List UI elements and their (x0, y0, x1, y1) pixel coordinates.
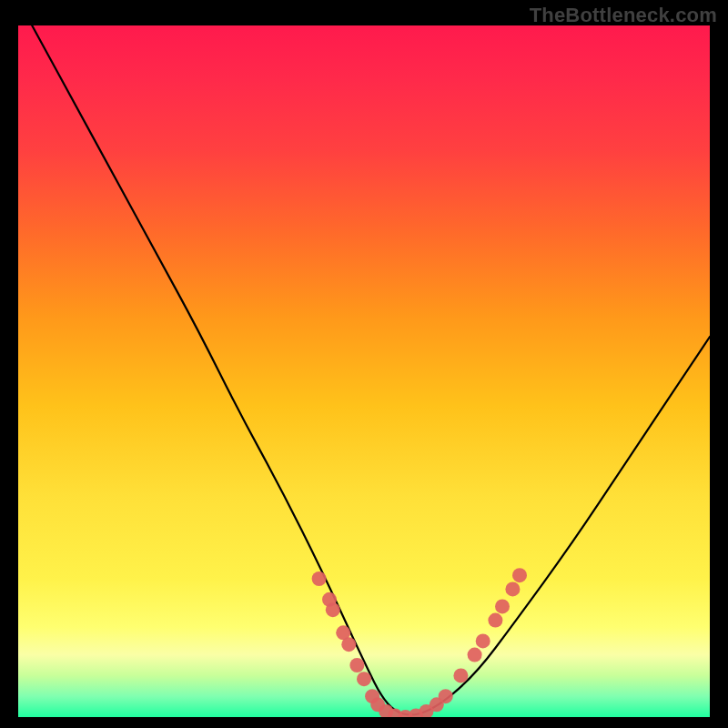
data-markers (312, 568, 527, 717)
data-point (476, 633, 490, 648)
data-point (468, 648, 482, 662)
data-point (495, 599, 510, 613)
data-point (341, 637, 356, 652)
data-point (488, 613, 502, 628)
data-point (439, 689, 453, 703)
chart-plot-area (18, 25, 710, 717)
data-point (326, 602, 340, 617)
chart-overlay (18, 25, 710, 717)
bottleneck-curve (32, 25, 710, 714)
data-point (349, 658, 364, 672)
data-point (505, 581, 520, 596)
data-point (357, 672, 371, 686)
data-point (453, 668, 468, 682)
chart-frame: TheBottleneck.com (0, 0, 728, 728)
data-point (312, 571, 327, 586)
data-point (512, 568, 527, 582)
watermark-text: TheBottleneck.com (530, 4, 717, 27)
